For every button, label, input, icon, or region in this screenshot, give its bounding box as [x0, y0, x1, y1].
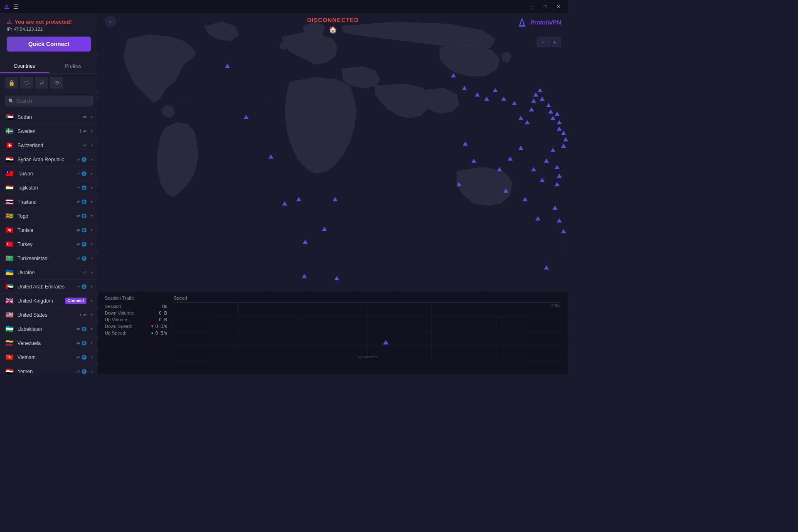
list-item[interactable]: 🇹🇬 Togo ⇄🌐 ▾: [0, 209, 98, 223]
country-flag: 🇺🇦: [5, 268, 14, 276]
world-map: [98, 13, 568, 291]
up-arrow-icon: ▲: [150, 331, 154, 335]
globe-icon: 🌐: [81, 284, 86, 289]
country-icons: ⇄🌐: [76, 200, 86, 204]
country-icons: ⇄: [83, 270, 86, 275]
zoom-out-button[interactable]: −: [538, 37, 547, 47]
map-area: ‹ DISCONNECTED 🏠 ProtonVPN − | +: [98, 13, 568, 374]
chart-area: 60 Seconds 0 B/s: [174, 302, 561, 360]
globe-icon: 🌐: [81, 171, 86, 176]
list-item[interactable]: 🇦🇪 United Arab Emirates ⇄🌐 ▾: [0, 280, 98, 294]
country-name: Sweden: [17, 128, 76, 134]
down-speed-value: ▼ 0 B/s: [150, 324, 167, 329]
country-flag: 🇸🇩: [5, 113, 14, 121]
stat-row-session: Session: 0s: [105, 304, 167, 309]
country-icons: ⇄🌐: [76, 355, 86, 360]
list-item[interactable]: 🇺🇦 Ukraine ⇄ ▾: [0, 266, 98, 280]
list-item[interactable]: 🇹🇲 Turkmenistan ⇄🌐 ▾: [0, 251, 98, 266]
p2p-icon: ⇄: [76, 256, 80, 261]
globe-icon: 🌐: [81, 185, 86, 190]
info-icon: ℹ: [80, 312, 81, 318]
quick-connect-button[interactable]: Quick Connect: [7, 37, 91, 52]
list-item[interactable]: 🇸🇪 Sweden ℹ⇄ ▾: [0, 124, 98, 138]
ip-value: 47.54.123.122: [14, 27, 43, 32]
country-flag: 🇬🇧: [5, 297, 14, 305]
country-name: Venezuela: [17, 340, 73, 346]
list-item[interactable]: 🇾🇪 Yemen ⇄🌐 ▾: [0, 365, 98, 374]
list-item[interactable]: 🇹🇭 Thailand ⇄🌐 ▾: [0, 195, 98, 209]
collapse-sidebar-button[interactable]: ‹: [105, 16, 116, 27]
country-name: Ukraine: [17, 270, 80, 276]
list-item[interactable]: 🇺🇿 Uzbekistan ⇄🌐 ▾: [0, 322, 98, 336]
search-input[interactable]: [5, 96, 93, 106]
country-name: Turkey: [17, 241, 73, 247]
list-item[interactable]: 🇸🇾 Syrian Arab Republic ⇄🌐 ▾: [0, 153, 98, 167]
speed-chart-title: Speed: [174, 296, 561, 300]
ip-label: IP:: [7, 27, 12, 32]
tabs: Countries Profiles: [0, 60, 98, 74]
p2p-icon: ⇄: [76, 242, 80, 246]
list-item[interactable]: 🇻🇳 Vietnam ⇄🌐 ▾: [0, 350, 98, 365]
list-item[interactable]: 🇹🇳 Tunisia ⇄🌐 ▾: [0, 223, 98, 237]
chart-speed-label: 0 B/s: [551, 303, 560, 308]
country-flag: 🇺🇿: [5, 325, 14, 333]
filter-row: 🔒 🛡 ⇄ ⟲: [0, 74, 98, 92]
minimize-button[interactable]: ─: [526, 2, 538, 11]
p2p-icon: ⇄: [83, 270, 86, 275]
sidebar-header: ⚠ You are not protected! IP: 47.54.123.1…: [0, 13, 98, 60]
chevron-down-icon: ▾: [91, 355, 93, 360]
list-item[interactable]: 🇹🇯 Tajikistan ⇄🌐 ▾: [0, 181, 98, 195]
list-item[interactable]: 🇹🇷 Turkey ⇄🌐 ▾: [0, 237, 98, 251]
country-name: Switzerland: [17, 143, 80, 148]
chevron-down-icon: ▾: [91, 313, 93, 317]
p2p-icon: ⇄: [76, 228, 80, 232]
up-speed-label: Up Speed:: [105, 330, 126, 335]
close-button[interactable]: ✕: [553, 2, 564, 11]
list-item[interactable]: 🇻🇪 Venezuela ⇄🌐 ▾: [0, 336, 98, 350]
chevron-down-icon: ▾: [91, 270, 93, 275]
list-item[interactable]: 🇸🇩 Sudan ⇄ ▾: [0, 110, 98, 124]
globe-icon: 🌐: [81, 256, 86, 261]
filter-p2p-button[interactable]: ⇄: [35, 77, 48, 89]
chevron-down-icon: ▾: [91, 143, 93, 148]
country-name: Tajikistan: [17, 185, 73, 191]
chevron-down-icon: ▾: [91, 341, 93, 345]
app-icon: [3, 3, 10, 10]
list-item[interactable]: 🇺🇸 United States ℹ⇄ ▾: [0, 308, 98, 322]
connect-badge[interactable]: Connect: [65, 298, 86, 304]
filter-shield-button[interactable]: 🛡: [20, 77, 33, 89]
tab-profiles[interactable]: Profiles: [49, 60, 98, 73]
country-icons: ⇄🌐: [76, 256, 86, 261]
list-item[interactable]: 🇬🇧 United Kingdom Connect ▾: [0, 294, 98, 308]
globe-icon: 🌐: [81, 157, 86, 162]
maximize-button[interactable]: □: [539, 2, 551, 11]
country-flag: 🇾🇪: [5, 367, 14, 374]
filter-tor-button[interactable]: ⟲: [50, 77, 63, 89]
map-topbar: ‹ DISCONNECTED 🏠 ProtonVPN: [98, 13, 568, 30]
stat-row-down-vol: Down Volume: 0 B: [105, 310, 167, 315]
globe-icon: 🌐: [81, 341, 86, 345]
country-name: Turkmenistan: [17, 256, 73, 261]
home-icon[interactable]: 🏠: [329, 26, 337, 34]
tab-countries[interactable]: Countries: [0, 60, 49, 73]
chevron-down-icon: ▾: [91, 115, 93, 119]
country-icons: ⇄🌐: [76, 228, 86, 232]
list-item[interactable]: 🇨🇭 Switzerland ⇄ ▾: [0, 138, 98, 153]
country-flag: 🇹🇼: [5, 170, 14, 177]
p2p-icon: ⇄: [83, 129, 86, 133]
chevron-down-icon: ▾: [91, 256, 93, 261]
country-name: Togo: [17, 213, 73, 219]
chevron-down-icon: ▾: [91, 228, 93, 232]
filter-lock-button[interactable]: 🔒: [5, 77, 18, 89]
zoom-in-button[interactable]: +: [550, 37, 559, 47]
hamburger-icon[interactable]: ☰: [13, 3, 19, 10]
globe-icon: 🌐: [81, 355, 86, 360]
list-item[interactable]: 🇹🇼 Taiwan ⇄🌐 ▾: [0, 167, 98, 181]
chevron-down-icon: ▾: [91, 284, 93, 289]
info-icon: ℹ: [80, 128, 81, 134]
p2p-icon: ⇄: [76, 185, 80, 190]
country-icons: ⇄🌐: [76, 185, 86, 190]
chevron-down-icon: ▾: [91, 129, 93, 133]
country-icons: ⇄🌐: [76, 327, 86, 331]
globe-icon: 🌐: [81, 327, 86, 331]
